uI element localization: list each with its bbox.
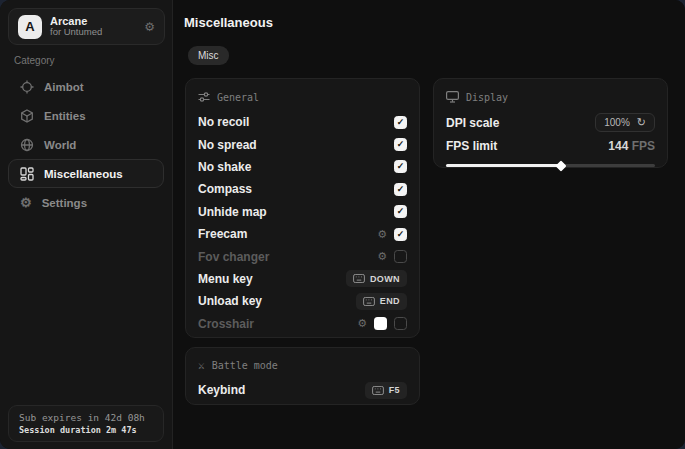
keyboard-icon — [372, 386, 384, 395]
cube-icon — [20, 109, 34, 123]
checkbox[interactable]: ✓ — [394, 250, 407, 263]
setting-label: Crosshair — [198, 317, 254, 331]
setting-label: Fov changer — [198, 250, 269, 264]
check-icon: ✓ — [397, 140, 405, 149]
sidebar: A Arcane for Untumed ⚙ Category Aimbot E… — [0, 0, 173, 449]
fps-slider-thumb[interactable] — [555, 160, 566, 171]
fps-slider-fill — [446, 164, 561, 167]
checkbox[interactable]: ✓ — [394, 317, 407, 330]
fps-slider[interactable] — [446, 164, 655, 167]
battle-panel-header: ⚔ Battle mode — [198, 360, 407, 371]
check-icon: ✓ — [397, 185, 405, 194]
panel-title: Display — [466, 92, 508, 103]
setting-label: Keybind — [198, 383, 245, 397]
sidebar-item-label: World — [44, 139, 76, 151]
sidebar-item-label: Entities — [44, 110, 86, 122]
keybind-button[interactable]: DOWN — [346, 270, 407, 287]
setting-label: No spread — [198, 138, 257, 152]
check-icon: ✓ — [397, 207, 405, 216]
setting-label: Freecam — [198, 227, 247, 241]
setting-label: FPS limit — [446, 139, 497, 153]
tab-misc[interactable]: Misc — [188, 46, 229, 65]
checkbox[interactable]: ✓ — [394, 205, 407, 218]
brand-text: Arcane for Untumed — [50, 15, 102, 39]
page-title: Miscellaneous — [184, 15, 273, 30]
sidebar-item-world[interactable]: World — [8, 130, 164, 159]
color-swatch[interactable] — [374, 317, 387, 330]
check-icon: ✓ — [397, 162, 405, 171]
setting-row-menu-key: Menu key DOWN — [198, 268, 407, 290]
dpi-scale-row: DPI scale 100% ↻ — [446, 111, 655, 134]
panel-title: Battle mode — [212, 360, 278, 371]
brand-card: A Arcane for Untumed ⚙ — [8, 8, 165, 45]
key-label: DOWN — [370, 274, 400, 284]
keyboard-icon — [353, 274, 365, 283]
panel-title: General — [217, 92, 259, 103]
checkbox[interactable]: ✓ — [394, 116, 407, 129]
sidebar-nav: Aimbot Entities World Miscellaneous — [8, 72, 164, 217]
setting-label: Compass — [198, 182, 252, 196]
checkbox[interactable]: ✓ — [394, 228, 407, 241]
sidebar-item-label: Settings — [42, 197, 87, 209]
app-window: A Arcane for Untumed ⚙ Category Aimbot E… — [0, 0, 685, 449]
dpi-scale-control[interactable]: 100% ↻ — [595, 113, 655, 132]
sliders-icon — [198, 91, 210, 103]
display-panel: Display DPI scale 100% ↻ FPS limit 144 F… — [433, 78, 668, 168]
key-label: END — [380, 296, 400, 306]
checkbox[interactable]: ✓ — [394, 160, 407, 173]
refresh-icon[interactable]: ↻ — [637, 117, 646, 128]
checkbox[interactable]: ✓ — [394, 183, 407, 196]
session-duration-text: Session duration 2m 47s — [19, 425, 153, 435]
subscription-card: Sub expires in 42d 08h Session duration … — [8, 405, 164, 442]
grid-icon — [20, 167, 34, 181]
setting-row-unload-key: Unload key END — [198, 290, 407, 312]
setting-row-no-spread: No spread ✓ — [198, 133, 407, 155]
dpi-value: 100% — [604, 117, 630, 128]
sub-expiry-text: Sub expires in 42d 08h — [19, 412, 153, 423]
fps-value: 144 FPS — [608, 139, 655, 153]
setting-row-freecam: Freecam ⚙ ✓ — [198, 223, 407, 245]
category-label: Category — [14, 55, 55, 66]
setting-row-compass: Compass ✓ — [198, 178, 407, 200]
setting-label: Menu key — [198, 272, 253, 286]
gear-icon[interactable]: ⚙ — [377, 229, 387, 240]
setting-label: No shake — [198, 160, 251, 174]
checkbox[interactable]: ✓ — [394, 138, 407, 151]
setting-row-no-shake: No shake ✓ — [198, 156, 407, 178]
key-label: F5 — [389, 385, 400, 395]
setting-row-unhide-map: Unhide map ✓ — [198, 201, 407, 223]
fps-unit: FPS — [632, 139, 655, 153]
setting-row-fov-changer: Fov changer ⚙ ✓ — [198, 245, 407, 267]
setting-label: DPI scale — [446, 116, 499, 130]
sidebar-item-entities[interactable]: Entities — [8, 101, 164, 130]
general-panel-header: General — [198, 91, 407, 103]
sidebar-item-label: Miscellaneous — [44, 168, 123, 180]
sidebar-item-miscellaneous[interactable]: Miscellaneous — [8, 159, 164, 188]
general-panel: General No recoil ✓ No spread ✓ No shake… — [185, 78, 420, 338]
brand-subtitle: for Untumed — [50, 27, 102, 38]
gear-icon[interactable]: ⚙ — [377, 251, 387, 262]
keyboard-icon — [363, 297, 375, 306]
setting-label: Unload key — [198, 294, 262, 308]
check-icon: ✓ — [397, 118, 405, 127]
sidebar-item-label: Aimbot — [44, 81, 84, 93]
sidebar-item-aimbot[interactable]: Aimbot — [8, 72, 164, 101]
swords-icon: ⚔ — [198, 360, 205, 371]
keybind-button[interactable]: END — [356, 293, 407, 310]
fps-limit-row: FPS limit 144 FPS — [446, 134, 655, 157]
battle-mode-panel: ⚔ Battle mode Keybind F5 — [185, 347, 420, 405]
main-content: Miscellaneous Misc General No recoil ✓ N… — [173, 0, 685, 449]
setting-row-no-recoil: No recoil ✓ — [198, 111, 407, 133]
globe-icon — [20, 138, 34, 152]
setting-label: Unhide map — [198, 205, 267, 219]
crosshair-icon — [20, 80, 34, 94]
gear-icon[interactable]: ⚙ — [144, 20, 155, 34]
gear-icon: ⚙ — [20, 196, 32, 209]
gear-icon[interactable]: ⚙ — [357, 318, 367, 329]
monitor-icon — [446, 91, 459, 103]
app-logo: A — [18, 15, 42, 39]
keybind-button[interactable]: F5 — [365, 382, 407, 399]
setting-row-keybind: Keybind F5 — [198, 379, 407, 401]
setting-label: No recoil — [198, 115, 249, 129]
sidebar-item-settings[interactable]: ⚙ Settings — [8, 188, 164, 217]
